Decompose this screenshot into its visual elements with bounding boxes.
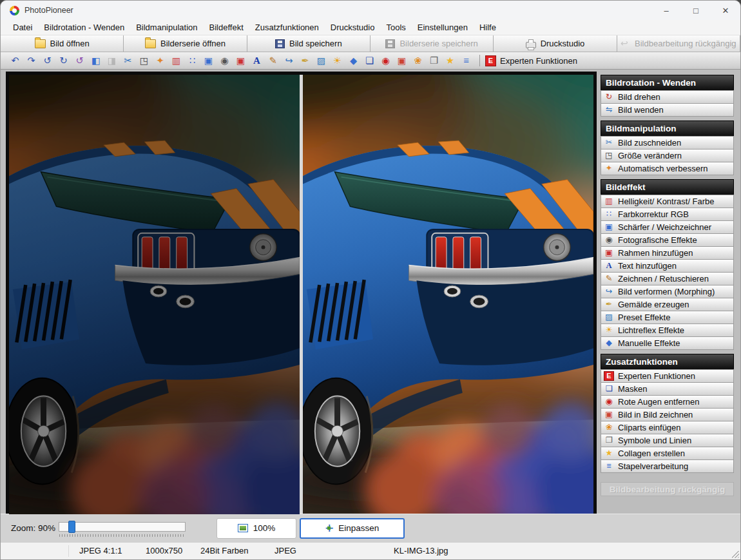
menu-datei[interactable]: Datei [7,23,38,32]
resize-grip-icon[interactable] [732,551,739,558]
resize-image-icon[interactable]: ◳ [136,54,152,68]
sidebar-item-schaerfer-weichzeichner[interactable]: ▣ Schärfer / Weichzeichner [601,220,734,234]
sidebar-item-preset-effekte[interactable]: ▨ Preset Effekte [601,311,734,324]
rotate-right-90-icon[interactable]: ↷ [23,54,39,68]
draw-retouch-icon[interactable]: ✎ [265,54,281,68]
sidebar-item-lichtreflex-effekte[interactable]: ☀ Lichtreflex Effekte [601,323,734,337]
sidebar-item-symbole-und-linien[interactable]: ❐ Symbole und Linien [601,434,734,447]
fit-to-window-button[interactable]: ✛ Einpassen [300,518,405,539]
save-image-button[interactable]: Bild speichern [247,35,370,52]
menu-zusatzfunktionen[interactable]: Zusatzfunktionen [249,23,325,32]
status-file-name: KL-IMG-13.jpg [394,546,448,555]
crop-image-icon[interactable]: ✂ [120,54,136,68]
brightness-contrast-icon[interactable]: ▥ [168,54,184,68]
picture-in-picture-icon: ▣ [604,410,614,420]
rgb-correction-icon[interactable]: ∷ [184,54,200,68]
window-controls: – □ ✕ [651,1,740,20]
rotate-180-icon[interactable]: ↺ [72,54,88,68]
menu-bildmanipulation[interactable]: Bildmanipulation [130,23,203,32]
sidebar-item-label: Preset Effekte [618,313,670,322]
add-text-icon[interactable]: A [249,54,265,68]
zoom-slider[interactable] [59,519,186,537]
sidebar-item-groesse-veraendern[interactable]: ◳ Größe verändern [601,149,734,162]
menu-einstellungen[interactable]: Einstellungen [412,23,474,32]
image-viewport [6,72,597,517]
create-collage-icon[interactable]: ★ [442,54,458,68]
auto-enhance-icon[interactable]: ✦ [152,54,168,68]
car-photo-before [9,75,300,514]
sidebar-item-bild-in-bild-zeichnen[interactable]: ▣ Bild in Bild zeichnen [601,408,734,421]
lens-flare-effects-icon[interactable]: ☀ [329,54,345,68]
menu-bildrotation-wenden[interactable]: Bildrotation - Wenden [38,23,130,32]
section-header-bildeffekt: Bildeffekt [601,179,734,195]
sidebar-section-bildeffekt: Bildeffekt ▥ Helligkeit/ Kontrast/ Farbe… [601,179,734,350]
add-frame-icon[interactable]: ▣ [233,54,249,68]
fit-to-window-icon: ✛ [325,523,334,533]
open-image-button[interactable]: Bild öffnen [1,35,124,52]
zoom-slider-track[interactable] [59,522,186,532]
sidebar-item-fotografische-effekte[interactable]: ◉ Fotografische Effekte [601,233,734,247]
symbols-lines-icon: ❐ [604,436,614,445]
menu-bildeffekt[interactable]: Bildeffekt [204,23,249,32]
rotate-image-icon: ↻ [604,92,614,102]
open-series-button[interactable]: Bilderserie öffnen [124,35,247,52]
sidebar-item-manuelle-effekte[interactable]: ◆ Manuelle Effekte [601,336,734,350]
zoom-100-button[interactable]: 100% [217,518,296,539]
expert-functions-button[interactable]: E Experten Funktionen [485,55,577,66]
sidebar-item-masken[interactable]: ❏ Masken [601,382,734,396]
photographic-effects-icon[interactable]: ◉ [217,54,233,68]
car-photo-after [303,75,593,514]
picture-in-picture-icon[interactable]: ▣ [394,54,410,68]
status-dimensions: 1000x750 [146,546,182,555]
sidebar-item-helligkeit-kontrast-farbe[interactable]: ▥ Helligkeit/ Kontrast/ Farbe [601,195,734,208]
menu-bar: Datei Bildrotation - Wenden Bildmanipula… [1,20,740,35]
undo-editing-button: Bildbearbeitung rückgängig [617,35,740,52]
insert-cliparts-icon[interactable]: ❀ [410,54,426,68]
batch-processing-icon[interactable]: ≡ [458,54,474,68]
sidebar-item-bild-zuschneiden[interactable]: ✂ Bild zuschneiden [601,136,734,150]
sidebar-item-label: Experten Funktionen [618,371,695,381]
sidebar-item-farbkorrektur-rgb[interactable]: ∷ Farbkorrektur RGB [601,208,734,221]
masks-icon[interactable]: ❏ [361,54,378,68]
toolbar-separator [479,55,480,66]
sidebar-item-experten-funktionen[interactable]: E Experten Funktionen [601,369,734,383]
sidebar-item-automatisch-verbessern[interactable]: ✦ Automatisch verbessern [601,162,734,175]
remove-red-eye-icon[interactable]: ◉ [378,54,394,68]
sidebar-item-bild-verformen[interactable]: ↪ Bild verformen (Morphing) [601,285,734,298]
maximize-button[interactable]: □ [681,1,711,20]
close-button[interactable]: ✕ [711,1,740,20]
zoom-slider-thumb[interactable] [68,521,75,533]
sharpen-blur-icon[interactable]: ▣ [200,54,217,68]
sidebar-item-text-hinzufuegen[interactable]: A Text hinzufügen [601,259,734,273]
manual-effects-icon[interactable]: ◆ [345,54,361,68]
print-studio-button[interactable]: Druckstudio [494,35,617,52]
create-painting-icon: ✒ [604,300,614,309]
sidebar-item-stapelverarbeitung[interactable]: ≡ Stapelverarbeitung [601,459,734,473]
morph-image-icon[interactable]: ↪ [281,54,297,68]
flip-horizontal-icon[interactable]: ◧ [88,54,104,68]
menu-hilfe[interactable]: Hilfe [474,23,502,32]
expert-functions-icon: E [604,371,614,381]
sidebar-item-collagen-erstellen[interactable]: ★ Collagen erstellen [601,447,734,460]
minimize-button[interactable]: – [651,1,681,20]
status-color-depth: 24Bit Farben [200,546,248,555]
sidebar-item-cliparts-einfuegen[interactable]: ❀ Cliparts einfügen [601,421,734,434]
lens-flare-effects-icon: ☀ [604,325,614,335]
sidebar-item-bild-drehen[interactable]: ↻ Bild drehen [601,90,734,104]
menu-tools[interactable]: Tools [380,23,411,32]
create-painting-icon[interactable]: ✒ [297,54,313,68]
main-area: Bildrotation - Wenden ↻ Bild drehen ⇋ Bi… [1,70,740,514]
sidebar-item-bild-wenden[interactable]: ⇋ Bild wenden [601,103,734,117]
sidebar-item-gemaelde-erzeugen[interactable]: ✒ Gemälde erzeugen [601,298,734,311]
rotate-left-90-icon[interactable]: ↶ [7,54,23,68]
rotate-ccw-icon[interactable]: ↺ [39,54,55,68]
sidebar-item-rahmen-hinzufuegen[interactable]: ▣ Rahmen hinzufügen [601,246,734,260]
sidebar-item-zeichnen-retuschieren[interactable]: ✎ Zeichnen / Retuschieren [601,272,734,285]
morph-image-icon: ↪ [604,287,614,296]
batch-processing-icon: ≡ [604,461,614,471]
preset-effects-icon[interactable]: ▨ [313,54,329,68]
menu-druckstudio[interactable]: Druckstudio [325,23,381,32]
symbols-lines-icon[interactable]: ❐ [426,54,442,68]
sidebar-item-rote-augen-entfernen[interactable]: ◉ Rote Augen entfernen [601,395,734,409]
rotate-cw-icon[interactable]: ↻ [55,54,72,68]
